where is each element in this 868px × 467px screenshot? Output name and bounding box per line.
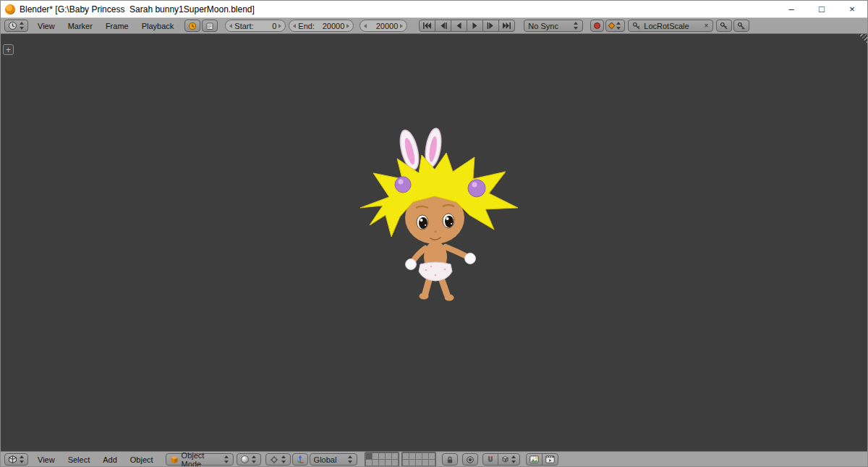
minimize-button[interactable]: – bbox=[776, 1, 807, 17]
object-mode-cube-icon bbox=[170, 455, 179, 464]
view3d-menu-select[interactable]: Select bbox=[61, 454, 97, 466]
layer-toggle[interactable] bbox=[386, 453, 391, 459]
snap-element-dropdown[interactable] bbox=[498, 453, 520, 466]
view3d-menu-add[interactable]: Add bbox=[96, 454, 124, 466]
prev-keyframe-button[interactable] bbox=[435, 20, 451, 32]
render-still-icon bbox=[529, 455, 539, 463]
orientation-value: Global bbox=[314, 455, 345, 464]
scene-lock-button[interactable] bbox=[442, 453, 458, 466]
keying-diamond-icon bbox=[608, 22, 616, 30]
close-button[interactable]: × bbox=[837, 1, 867, 17]
view3d-editor-type-button[interactable] bbox=[4, 453, 28, 466]
jump-start-button[interactable] bbox=[419, 20, 435, 32]
layer-toggle[interactable] bbox=[403, 460, 409, 466]
layer-toggle[interactable] bbox=[429, 453, 435, 459]
opengl-render-still-button[interactable] bbox=[526, 453, 542, 466]
viewport-3d[interactable]: + bbox=[1, 34, 867, 451]
layers-widget bbox=[365, 452, 436, 467]
layer-toggle[interactable] bbox=[373, 453, 378, 459]
record-icon bbox=[594, 22, 600, 29]
jump-start-icon bbox=[422, 22, 432, 30]
active-keying-set-field[interactable]: LocRotScale × bbox=[628, 20, 713, 32]
timeline-editor-type-button[interactable] bbox=[4, 20, 28, 32]
current-frame-field[interactable]: 20000 bbox=[359, 20, 407, 32]
sync-dropdown[interactable]: No Sync bbox=[524, 20, 583, 32]
end-frame-field[interactable]: End: 20000 bbox=[289, 20, 354, 32]
layer-toggle[interactable] bbox=[392, 453, 398, 459]
clear-keying-set-icon[interactable]: × bbox=[703, 22, 709, 30]
play-reverse-button[interactable] bbox=[451, 20, 467, 32]
area-corner-widget[interactable] bbox=[858, 34, 867, 43]
snap-controls bbox=[482, 453, 520, 466]
editor-3dview-icon bbox=[8, 455, 17, 464]
timeline-menu-view[interactable]: View bbox=[31, 20, 61, 32]
chevron-updown-icon bbox=[511, 455, 516, 463]
mode-dropdown[interactable]: Object Mode bbox=[166, 453, 234, 466]
layer-toggle[interactable] bbox=[366, 460, 372, 466]
keying-set-icon bbox=[632, 22, 641, 30]
end-frame-value: 20000 bbox=[317, 22, 344, 30]
lock-time-icon bbox=[205, 22, 214, 30]
jump-end-button[interactable] bbox=[498, 20, 515, 32]
delete-keyframe-button[interactable] bbox=[733, 20, 749, 32]
layer-group-2[interactable] bbox=[401, 452, 436, 467]
shading-sphere-icon bbox=[241, 455, 249, 463]
increment-arrow-icon[interactable] bbox=[346, 24, 349, 28]
blender-window: Blender* [G:\Baby Princess Sarah bunny1S… bbox=[0, 0, 868, 467]
increment-arrow-icon[interactable] bbox=[278, 24, 281, 28]
insert-keyframe-icon bbox=[720, 22, 728, 30]
layer-toggle[interactable] bbox=[422, 453, 428, 459]
proportional-edit-dropdown[interactable] bbox=[462, 453, 478, 466]
titlebar[interactable]: Blender* [G:\Baby Princess Sarah bunny1S… bbox=[1, 1, 867, 17]
proportional-edit-icon bbox=[466, 455, 475, 464]
layer-toggle[interactable] bbox=[416, 460, 422, 466]
layer-toggle[interactable] bbox=[403, 453, 409, 459]
layer-group-1[interactable] bbox=[365, 452, 399, 467]
insert-keyframe-button[interactable] bbox=[716, 20, 732, 32]
layer-toggle[interactable] bbox=[422, 460, 428, 466]
character-model[interactable] bbox=[341, 115, 529, 303]
layer-toggle[interactable] bbox=[429, 460, 435, 466]
window-title: Blender* [G:\Baby Princess Sarah bunny1S… bbox=[20, 4, 255, 14]
view3d-menu-object[interactable]: Object bbox=[124, 454, 160, 466]
timeline-menu-marker[interactable]: Marker bbox=[61, 20, 99, 32]
decrement-arrow-icon[interactable] bbox=[364, 24, 367, 28]
decrement-arrow-icon[interactable] bbox=[293, 24, 296, 28]
pivot-point-dropdown[interactable] bbox=[265, 453, 291, 466]
magnet-icon bbox=[486, 455, 495, 464]
chevron-updown-icon bbox=[20, 22, 25, 30]
timeline-menu-playback[interactable]: Playback bbox=[135, 20, 181, 32]
chevron-updown-icon bbox=[20, 455, 25, 463]
next-keyframe-button[interactable] bbox=[482, 20, 499, 32]
decrement-arrow-icon[interactable] bbox=[229, 24, 232, 28]
layer-toggle[interactable] bbox=[366, 453, 372, 459]
keying-set-dropdown[interactable] bbox=[605, 20, 625, 32]
increment-arrow-icon[interactable] bbox=[400, 24, 403, 28]
layer-toggle[interactable] bbox=[373, 460, 378, 466]
layer-toggle[interactable] bbox=[416, 453, 422, 459]
lock-time-button[interactable] bbox=[202, 20, 218, 32]
start-frame-field[interactable]: Start: 0 bbox=[225, 20, 286, 32]
jump-end-icon bbox=[502, 22, 511, 30]
orientation-dropdown[interactable]: Global bbox=[310, 453, 357, 466]
maximize-button[interactable]: □ bbox=[807, 1, 837, 17]
viewport-shading-dropdown[interactable] bbox=[237, 453, 261, 466]
keying-set-value: LocRotScale bbox=[644, 22, 700, 30]
auto-keyframe-button[interactable] bbox=[590, 20, 604, 32]
layer-toggle[interactable] bbox=[379, 453, 385, 459]
layer-toggle[interactable] bbox=[409, 453, 415, 459]
play-button[interactable] bbox=[467, 20, 483, 32]
snap-toggle-button[interactable] bbox=[482, 453, 498, 466]
preview-range-button[interactable] bbox=[184, 20, 200, 32]
layer-toggle[interactable] bbox=[379, 460, 385, 466]
clock-icon bbox=[8, 21, 17, 30]
manipulator-axes-icon bbox=[296, 455, 305, 464]
layer-toggle[interactable] bbox=[392, 460, 398, 466]
region-expand-plus[interactable]: + bbox=[3, 44, 14, 55]
timeline-menu-frame[interactable]: Frame bbox=[99, 20, 135, 32]
opengl-render-anim-button[interactable] bbox=[542, 453, 558, 466]
view3d-menu-view[interactable]: View bbox=[31, 454, 61, 466]
layer-toggle[interactable] bbox=[409, 460, 415, 466]
layer-toggle[interactable] bbox=[386, 460, 391, 466]
manipulator-toggle-button[interactable] bbox=[292, 453, 308, 466]
